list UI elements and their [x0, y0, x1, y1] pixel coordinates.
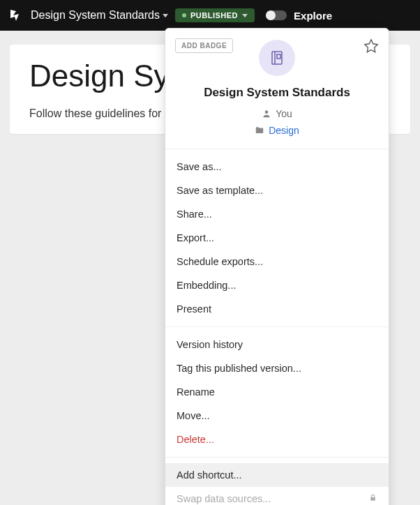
workbook-title: Design System Standards [31, 9, 160, 22]
menu-save-as-template[interactable]: Save as template... [165, 179, 389, 202]
add-badge-button[interactable]: ADD BADGE [175, 38, 233, 53]
menu-save-as[interactable]: Save as... [165, 155, 389, 179]
dropdown-meta: You Design [177, 108, 377, 136]
svg-point-3 [265, 110, 269, 114]
workbook-dropdown-menu: ADD BADGE Design System Standards You [165, 28, 389, 505]
menu-swap-label: Swap data sources... [177, 493, 271, 504]
explore-label: Explore [294, 10, 332, 22]
menu-add-shortcut[interactable]: Add shortcut... [165, 463, 389, 487]
menu-section-other: Add shortcut... Swap data sources... [165, 458, 389, 505]
folder-link: Design [269, 125, 299, 136]
menu-export[interactable]: Export... [165, 226, 389, 250]
chevron-down-icon [242, 14, 248, 17]
dropdown-header: ADD BADGE Design System Standards You [165, 29, 389, 149]
folder-icon [255, 126, 264, 135]
folder-row[interactable]: Design [255, 125, 299, 136]
explore-toggle[interactable] [266, 10, 287, 20]
menu-section-edit: Version history Tag this published versi… [165, 327, 389, 458]
menu-rename[interactable]: Rename [165, 380, 389, 404]
menu-schedule-exports[interactable]: Schedule exports... [165, 250, 389, 273]
svg-rect-2 [277, 54, 280, 59]
menu-tag-version[interactable]: Tag this published version... [165, 356, 389, 380]
favorite-star-button[interactable] [363, 38, 379, 54]
menu-swap-data-sources: Swap data sources... [165, 487, 389, 505]
app-logo[interactable] [8, 8, 24, 23]
breadcrumb-title[interactable]: Design System Standards [31, 9, 168, 22]
dropdown-title: Design System Standards [177, 86, 377, 100]
chevron-down-icon [163, 14, 168, 17]
owner-label: You [276, 108, 292, 119]
topbar: Design System Standards PUBLISHED Explor… [0, 0, 420, 31]
menu-delete[interactable]: Delete... [165, 428, 389, 451]
user-icon [262, 109, 271, 119]
menu-embedding[interactable]: Embedding... [165, 273, 389, 297]
menu-version-history[interactable]: Version history [165, 333, 389, 356]
menu-section-file: Save as... Save as template... Share... … [165, 149, 389, 327]
svg-rect-4 [370, 497, 375, 501]
lock-icon [368, 493, 377, 504]
menu-share[interactable]: Share... [165, 202, 389, 226]
published-badge[interactable]: PUBLISHED [175, 8, 255, 22]
owner-row: You [262, 108, 292, 119]
toggle-knob [266, 10, 276, 20]
menu-present[interactable]: Present [165, 297, 389, 321]
menu-move[interactable]: Move... [165, 404, 389, 428]
status-dot-icon [182, 13, 186, 17]
workbook-icon [259, 40, 295, 76]
status-label: PUBLISHED [190, 11, 238, 20]
